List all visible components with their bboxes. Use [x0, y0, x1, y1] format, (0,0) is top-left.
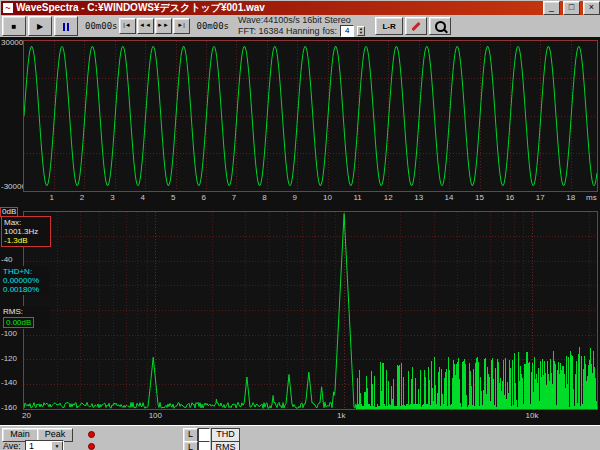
average-led — [88, 443, 95, 450]
thd-label: THD+N: — [3, 267, 47, 276]
close-button[interactable]: × — [583, 1, 600, 15]
spectrum-y-tick: -40 — [0, 256, 22, 264]
average-count-value: 1 — [29, 441, 34, 450]
edit-settings-button[interactable] — [405, 17, 427, 35]
waveform-chart — [24, 41, 597, 191]
time-current: 00m00s — [85, 21, 118, 31]
max-level-value: -1.3dB — [4, 236, 48, 245]
channel-select-button[interactable]: L-R — [375, 17, 403, 35]
thd-value-2: 0.00180% — [3, 285, 47, 294]
zoom-button[interactable] — [429, 17, 451, 35]
waveform-x-tick: 10 — [323, 193, 332, 202]
waveform-x-tick: 4 — [141, 193, 145, 202]
average-label: Ave: — [3, 441, 21, 450]
toolbar: ■ ▶ 00m00s |◄ ◄◄ ►► ►| 00m00s Wave:44100… — [0, 15, 600, 37]
spectrum-x-tick: 10k — [525, 411, 538, 420]
wavespectra-window: { "window": { "title": "WaveSpectra - C:… — [0, 0, 600, 450]
fos-spinner[interactable]: ▲▼ — [357, 26, 365, 36]
left-channel-button-2[interactable]: L — [183, 441, 198, 450]
pencil-icon — [411, 21, 420, 30]
app-icon: ~ — [3, 3, 13, 13]
window-title: WaveSpectra - C:¥WINDOWS¥デスクトップ¥001.wav — [16, 1, 540, 15]
fos-label: fos: — [323, 26, 338, 36]
rms-toggle[interactable]: RMS — [211, 441, 240, 450]
file-info: Wave:44100s/s 16bit Stereo FFT: 16384 Ha… — [238, 15, 365, 37]
waveform-panel: 30000 -30000 ms 123456789101112131415161… — [0, 37, 600, 206]
waveform-x-tick: 3 — [110, 193, 114, 202]
waveform-x-tick: 13 — [414, 193, 423, 202]
waveform-x-tick: 1 — [49, 193, 53, 202]
waveform-x-unit: ms — [586, 193, 597, 202]
max-frequency-value: 1001.3Hz — [4, 227, 48, 236]
waveform-x-tick: 5 — [171, 193, 175, 202]
rms-label: RMS: — [3, 307, 47, 316]
thd-value-1: 0.00000% — [3, 276, 47, 285]
waveform-x-tick: 15 — [475, 193, 484, 202]
dropdown-arrow-icon[interactable]: ▼ — [51, 441, 63, 450]
spectrum-panel: 0dB-20-40-60-80-100-120-140-160 201001k1… — [0, 206, 600, 425]
waveform-x-axis: ms 123456789101112131415161718 — [0, 193, 600, 203]
spectrum-y-tick: -140 — [0, 379, 22, 387]
waveform-x-tick: 2 — [80, 193, 84, 202]
waveform-x-tick: 7 — [232, 193, 236, 202]
stop-button[interactable]: ■ — [2, 16, 26, 36]
waveform-y-min: -30000 — [1, 183, 22, 191]
channel-label: L-R — [382, 22, 395, 31]
spectrum-x-tick: 100 — [149, 411, 162, 420]
channel-indicator-2 — [198, 441, 210, 450]
spectrum-plot — [23, 211, 598, 410]
spectrum-y-tick: -120 — [0, 355, 22, 363]
pause-icon — [62, 17, 70, 35]
seek-start-button[interactable]: |◄ — [119, 18, 136, 34]
waveform-x-tick: 8 — [262, 193, 266, 202]
rms-value: 0.00dB — [3, 317, 34, 328]
max-readout: Max: 1001.3Hz -1.3dB — [1, 216, 51, 247]
waveform-y-max: 30000 — [1, 39, 22, 47]
title-bar[interactable]: ~ WaveSpectra - C:¥WINDOWS¥デスクトップ¥001.wa… — [1, 1, 600, 15]
average-count-select[interactable]: 1 ▼ — [25, 440, 64, 450]
max-label: Max: — [4, 218, 48, 227]
waveform-x-tick: 18 — [566, 193, 575, 202]
fos-value-input[interactable]: 4 — [340, 25, 354, 37]
waveform-x-tick: 14 — [445, 193, 454, 202]
time-total: 00m00s — [197, 21, 230, 31]
pause-button[interactable] — [54, 16, 78, 36]
maximize-button[interactable]: □ — [563, 1, 580, 15]
left-channel-button-1[interactable]: L — [183, 428, 198, 442]
thd-readout: THD+N: 0.00000% 0.00180% — [1, 266, 49, 295]
spectrum-y-tick: -100 — [0, 330, 22, 338]
play-button[interactable]: ▶ — [28, 16, 52, 36]
channel-indicator-1 — [198, 428, 210, 442]
waveform-x-tick: 17 — [536, 193, 545, 202]
bottom-control-bar: Main Peak Ave: 1 ▼ L THD L RMS — [0, 425, 600, 450]
waveform-x-tick: 9 — [293, 193, 297, 202]
fft-info-line: FFT: 16384 Hanning — [238, 26, 320, 36]
waveform-x-tick: 12 — [384, 193, 393, 202]
seek-end-button[interactable]: ►| — [173, 18, 190, 34]
waveform-x-tick: 11 — [353, 193, 361, 202]
main-led — [88, 431, 95, 438]
forward-button[interactable]: ►► — [155, 18, 172, 34]
spectrum-x-tick: 1k — [337, 411, 345, 420]
rms-readout: RMS: 0.00dB — [1, 306, 49, 329]
play-icon: ▶ — [37, 22, 43, 31]
waveform-x-tick: 16 — [505, 193, 514, 202]
waveform-x-tick: 6 — [201, 193, 205, 202]
magnifier-icon — [435, 21, 446, 32]
wave-info-line: Wave:44100s/s 16bit Stereo — [238, 15, 365, 25]
thd-toggle[interactable]: THD — [211, 428, 240, 442]
stop-icon: ■ — [12, 22, 17, 31]
minimize-button[interactable]: _ — [543, 1, 560, 15]
waveform-plot — [23, 40, 598, 192]
rewind-button[interactable]: ◄◄ — [137, 18, 154, 34]
spectrum-x-tick: 20 — [22, 411, 31, 420]
spectrum-x-axis: 201001k10k — [0, 411, 600, 421]
spectrum-chart — [24, 212, 597, 409]
